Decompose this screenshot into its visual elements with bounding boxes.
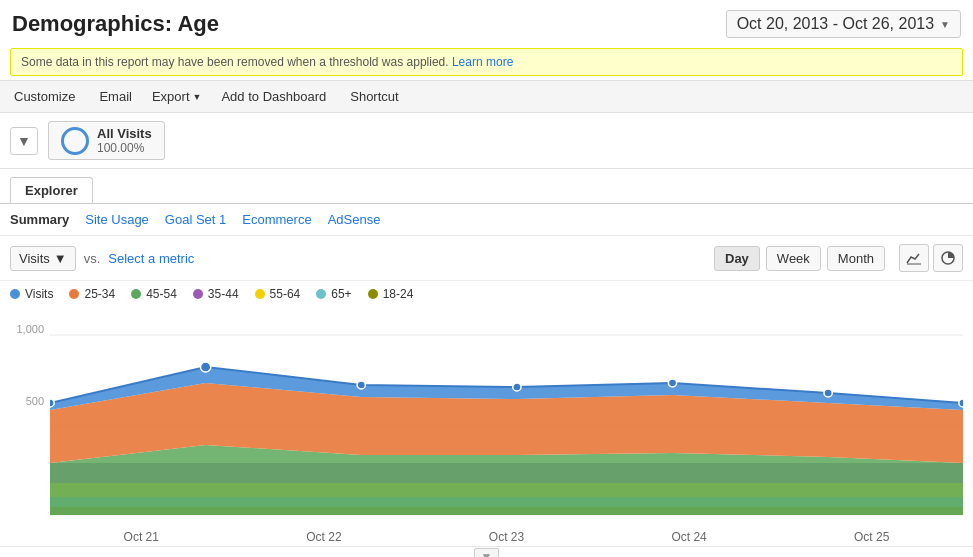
legend-item-25-34: 25-34 bbox=[69, 287, 115, 301]
legend-dot-45-54 bbox=[131, 289, 141, 299]
select-metric-link[interactable]: Select a metric bbox=[108, 251, 194, 266]
x-label-oct23: Oct 23 bbox=[489, 530, 524, 544]
svg-point-14 bbox=[513, 383, 521, 391]
legend-dot-18-24 bbox=[368, 289, 378, 299]
x-label-oct24: Oct 24 bbox=[671, 530, 706, 544]
shortcut-button[interactable]: Shortcut bbox=[346, 87, 402, 106]
svg-point-17 bbox=[959, 399, 963, 407]
x-axis-labels: Oct 21 Oct 22 Oct 23 Oct 24 Oct 25 bbox=[0, 528, 973, 546]
period-week-button[interactable]: Week bbox=[766, 246, 821, 271]
export-label: Export bbox=[152, 89, 190, 104]
chevron-down-icon: ▼ bbox=[17, 133, 31, 149]
legend-label-visits: Visits bbox=[25, 287, 53, 301]
metric-dropdown[interactable]: Visits ▼ bbox=[10, 246, 76, 271]
toolbar: Customize Email Export ▼ Add to Dashboar… bbox=[0, 80, 973, 113]
alert-message: Some data in this report may have been r… bbox=[21, 55, 449, 69]
export-dropdown-icon: ▼ bbox=[193, 92, 202, 102]
legend-item-45-54: 45-54 bbox=[131, 287, 177, 301]
subnav-ecommerce[interactable]: Ecommerce bbox=[242, 212, 311, 227]
page-title: Demographics: Age bbox=[12, 11, 219, 37]
segment-percentage: 100.00% bbox=[97, 141, 152, 155]
period-day-button[interactable]: Day bbox=[714, 246, 760, 271]
scroll-hint[interactable]: ▼ bbox=[0, 546, 973, 557]
pie-chart-icon bbox=[940, 250, 956, 266]
legend-item-65plus: 65+ bbox=[316, 287, 351, 301]
legend-label-25-34: 25-34 bbox=[84, 287, 115, 301]
subnav-site-usage[interactable]: Site Usage bbox=[85, 212, 149, 227]
legend-label-65plus: 65+ bbox=[331, 287, 351, 301]
segment-area: ▼ All Visits 100.00% bbox=[0, 113, 973, 169]
svg-point-12 bbox=[200, 362, 210, 372]
pie-chart-button[interactable] bbox=[933, 244, 963, 272]
date-range-arrow-icon: ▼ bbox=[940, 19, 950, 30]
chart-legend: Visits 25-34 45-54 35-44 55-64 65+ 18-24 bbox=[0, 281, 973, 305]
segment-info: All Visits 100.00% bbox=[97, 126, 152, 155]
svg-point-15 bbox=[668, 379, 676, 387]
chart-type-buttons bbox=[899, 244, 963, 272]
chart-area: 1,000 500 bbox=[0, 305, 973, 528]
area-chart bbox=[50, 315, 963, 525]
legend-item-18-24: 18-24 bbox=[368, 287, 414, 301]
legend-label-45-54: 45-54 bbox=[146, 287, 177, 301]
metric-selector: Visits ▼ vs. Select a metric bbox=[10, 246, 194, 271]
alert-banner: Some data in this report may have been r… bbox=[10, 48, 963, 76]
x-label-oct21: Oct 21 bbox=[124, 530, 159, 544]
segment-label: All Visits bbox=[97, 126, 152, 141]
line-chart-icon bbox=[906, 251, 922, 265]
segment-toggle-button[interactable]: ▼ bbox=[10, 127, 38, 155]
customize-button[interactable]: Customize bbox=[10, 87, 79, 106]
legend-label-18-24: 18-24 bbox=[383, 287, 414, 301]
sub-nav: Summary Site Usage Goal Set 1 Ecommerce … bbox=[0, 204, 973, 236]
subnav-summary[interactable]: Summary bbox=[10, 212, 69, 227]
chart-controls: Visits ▼ vs. Select a metric Day Week Mo… bbox=[0, 236, 973, 281]
segment-icon bbox=[61, 127, 89, 155]
line-chart-button[interactable] bbox=[899, 244, 929, 272]
date-range-selector[interactable]: Oct 20, 2013 - Oct 26, 2013 ▼ bbox=[726, 10, 961, 38]
legend-label-55-64: 55-64 bbox=[270, 287, 301, 301]
view-buttons: Day Week Month bbox=[714, 244, 963, 272]
legend-item-visits: Visits bbox=[10, 287, 53, 301]
svg-point-16 bbox=[824, 389, 832, 397]
svg-point-11 bbox=[50, 399, 54, 407]
subnav-goal-set-1[interactable]: Goal Set 1 bbox=[165, 212, 226, 227]
chart-svg-wrapper bbox=[50, 315, 963, 528]
learn-more-link[interactable]: Learn more bbox=[452, 55, 513, 69]
x-label-oct22: Oct 22 bbox=[306, 530, 341, 544]
explorer-tabs: Explorer bbox=[0, 169, 973, 204]
legend-dot-55-64 bbox=[255, 289, 265, 299]
metric-label: Visits bbox=[19, 251, 50, 266]
legend-dot-25-34 bbox=[69, 289, 79, 299]
x-label-oct25: Oct 25 bbox=[854, 530, 889, 544]
segment-item[interactable]: All Visits 100.00% bbox=[48, 121, 165, 160]
add-to-dashboard-button[interactable]: Add to Dashboard bbox=[217, 87, 330, 106]
y-label-500: 500 bbox=[26, 395, 44, 407]
vs-label: vs. bbox=[84, 251, 101, 266]
legend-item-35-44: 35-44 bbox=[193, 287, 239, 301]
y-label-1000: 1,000 bbox=[16, 323, 44, 335]
legend-dot-visits bbox=[10, 289, 20, 299]
legend-dot-35-44 bbox=[193, 289, 203, 299]
period-month-button[interactable]: Month bbox=[827, 246, 885, 271]
page-header: Demographics: Age Oct 20, 2013 - Oct 26,… bbox=[0, 0, 973, 44]
svg-point-13 bbox=[357, 381, 365, 389]
legend-label-35-44: 35-44 bbox=[208, 287, 239, 301]
export-button[interactable]: Export ▼ bbox=[152, 89, 202, 104]
legend-item-55-64: 55-64 bbox=[255, 287, 301, 301]
legend-dot-65plus bbox=[316, 289, 326, 299]
y-axis: 1,000 500 bbox=[10, 315, 50, 515]
metric-dropdown-icon: ▼ bbox=[54, 251, 67, 266]
subnav-adsense[interactable]: AdSense bbox=[328, 212, 381, 227]
email-button[interactable]: Email bbox=[95, 87, 136, 106]
date-range-text: Oct 20, 2013 - Oct 26, 2013 bbox=[737, 15, 934, 33]
scroll-arrow-icon: ▼ bbox=[474, 548, 500, 557]
tab-explorer[interactable]: Explorer bbox=[10, 177, 93, 203]
